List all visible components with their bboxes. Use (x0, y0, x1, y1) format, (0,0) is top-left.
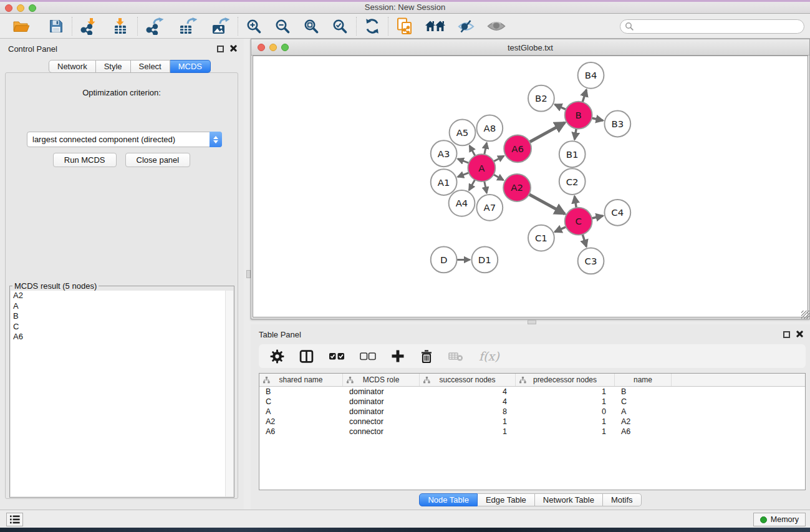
float-table-panel-icon[interactable] (783, 331, 790, 338)
mcds-result-title: MCDS result (5 nodes) (12, 281, 99, 291)
cell-mcds-role[interactable]: dominator (343, 397, 420, 407)
zoom-fit-button[interactable] (304, 16, 319, 36)
hide-graphics-details-button[interactable] (458, 16, 475, 36)
cell-mcds-role[interactable]: dominator (343, 387, 420, 397)
column-header-predecessor-nodes[interactable]: predecessor nodes (516, 374, 615, 386)
mcds-result-item[interactable]: B (11, 311, 233, 322)
window-resize-grip[interactable] (801, 311, 809, 319)
birds-eye-view-button[interactable] (487, 16, 506, 36)
mcds-result-item[interactable]: A6 (11, 332, 233, 342)
export-table-button[interactable] (178, 16, 197, 36)
cell-predecessor-nodes[interactable]: 1 (516, 387, 615, 397)
table-row[interactable]: Cdominator41C (259, 397, 805, 407)
mcds-result-list[interactable]: A2ABCA6 (11, 291, 233, 496)
cell-successor-nodes[interactable]: 4 (420, 387, 516, 397)
mcds-result-item[interactable]: A2 (11, 291, 233, 301)
graph-node-label-A8: A8 (483, 123, 496, 134)
cell-name[interactable]: C (615, 397, 672, 407)
show-column-button[interactable] (299, 349, 314, 364)
table-toolbar: f(x) (259, 344, 806, 368)
network-canvas[interactable]: B4B2BB3A8A5A6B1A3AC2A1A2A4A7C4CC1C3DD1 (253, 56, 808, 317)
float-panel-icon[interactable] (217, 46, 224, 52)
cell-successor-nodes[interactable]: 4 (420, 397, 516, 407)
run-mcds-button[interactable]: Run MCDS (53, 153, 117, 167)
tab-node-table[interactable]: Node Table (419, 493, 478, 506)
cell-name[interactable]: A2 (615, 417, 672, 427)
tab-network-table[interactable]: Network Table (535, 493, 603, 506)
panel-splitter-grip[interactable] (246, 270, 251, 278)
cell-shared-name[interactable]: A6 (259, 427, 343, 437)
table-row[interactable]: Bdominator41B (259, 387, 805, 397)
cell-name[interactable]: A6 (615, 427, 672, 437)
cell-shared-name[interactable]: A2 (259, 417, 343, 427)
zoom-out-button[interactable] (275, 16, 291, 36)
import-table-icon (113, 17, 129, 35)
graph-node-label-A7: A7 (483, 202, 496, 213)
search-input[interactable] (637, 21, 804, 32)
network-graph[interactable]: B4B2BB3A8A5A6B1A3AC2A1A2A4A7C4CC1C3DD1 (253, 56, 808, 317)
column-header-name[interactable]: name (615, 374, 672, 386)
tab-mcds[interactable]: MCDS (170, 60, 211, 73)
tab-edge-table[interactable]: Edge Table (478, 493, 535, 506)
add-row-button[interactable] (391, 349, 405, 363)
cell-name[interactable]: A (615, 407, 672, 417)
optimization-criterion-select[interactable]: largest connected component (directed) (27, 132, 222, 147)
tab-motifs[interactable]: Motifs (603, 493, 642, 506)
select-all-rows-button[interactable] (329, 352, 345, 360)
column-header-successor-nodes[interactable]: successor nodes (420, 374, 516, 386)
attribute-tree-icon (423, 377, 430, 384)
cell-mcds-role[interactable]: dominator (343, 407, 420, 417)
attribute-tree-icon (519, 377, 526, 384)
apply-layout-button[interactable] (365, 16, 380, 36)
result-list-scrollbar[interactable] (225, 291, 233, 496)
delete-table-button[interactable] (448, 351, 464, 362)
mcds-result-item[interactable]: C (11, 322, 233, 332)
export-network-icon (146, 17, 165, 35)
cell-shared-name[interactable]: C (259, 397, 343, 407)
cell-successor-nodes[interactable]: 1 (420, 417, 516, 427)
network-window-titlebar[interactable]: testGlobe.txt (251, 39, 809, 56)
delete-table-icon (448, 351, 464, 362)
column-header-mcds-role[interactable]: MCDS role (343, 374, 420, 386)
cell-predecessor-nodes[interactable]: 0 (516, 407, 615, 417)
save-session-button[interactable] (49, 16, 64, 36)
copy-network-view-button[interactable] (397, 16, 413, 36)
close-panel-icon[interactable] (230, 45, 238, 52)
cell-mcds-role[interactable]: connector (343, 417, 420, 427)
table-settings-button[interactable] (270, 349, 284, 364)
column-header-shared-name[interactable]: shared name (259, 374, 343, 386)
cell-successor-nodes[interactable]: 1 (420, 427, 516, 437)
graph-node-label-A4: A4 (456, 198, 468, 209)
cell-shared-name[interactable]: A (259, 407, 343, 417)
tab-select[interactable]: Select (131, 60, 170, 73)
table-row[interactable]: Adominator80A (259, 407, 805, 417)
zoom-in-button[interactable] (246, 16, 262, 36)
cell-name[interactable]: B (615, 387, 672, 397)
apply-function-button[interactable]: f(x) (479, 349, 499, 363)
show-home-view-button[interactable] (425, 16, 445, 36)
tab-network[interactable]: Network (49, 60, 96, 73)
close-table-panel-icon[interactable] (796, 331, 804, 338)
cell-shared-name[interactable]: B (259, 387, 343, 397)
deselect-all-rows-button[interactable] (360, 352, 376, 360)
cell-predecessor-nodes[interactable]: 1 (516, 397, 615, 407)
cell-successor-nodes[interactable]: 8 (420, 407, 516, 417)
tab-style[interactable]: Style (96, 60, 131, 73)
memory-button[interactable]: Memory (753, 513, 806, 526)
mcds-result-item[interactable]: A (11, 301, 233, 312)
open-file-button[interactable] (12, 16, 30, 36)
table-row[interactable]: A6connector11A6 (259, 427, 805, 437)
table-row[interactable]: A2connector11A2 (259, 417, 805, 427)
export-image-button[interactable] (211, 16, 229, 36)
table-splitter-grip[interactable] (528, 320, 536, 324)
zoom-selected-button[interactable] (332, 16, 348, 36)
cell-predecessor-nodes[interactable]: 1 (516, 427, 615, 437)
close-panel-button[interactable]: Close panel (125, 153, 191, 167)
delete-rows-button[interactable] (420, 349, 433, 364)
task-history-button[interactable] (6, 513, 23, 526)
import-table-button[interactable] (113, 16, 129, 36)
cell-predecessor-nodes[interactable]: 1 (516, 417, 615, 427)
cell-mcds-role[interactable]: connector (343, 427, 420, 437)
export-network-button[interactable] (146, 16, 165, 36)
import-network-button[interactable] (80, 16, 98, 36)
